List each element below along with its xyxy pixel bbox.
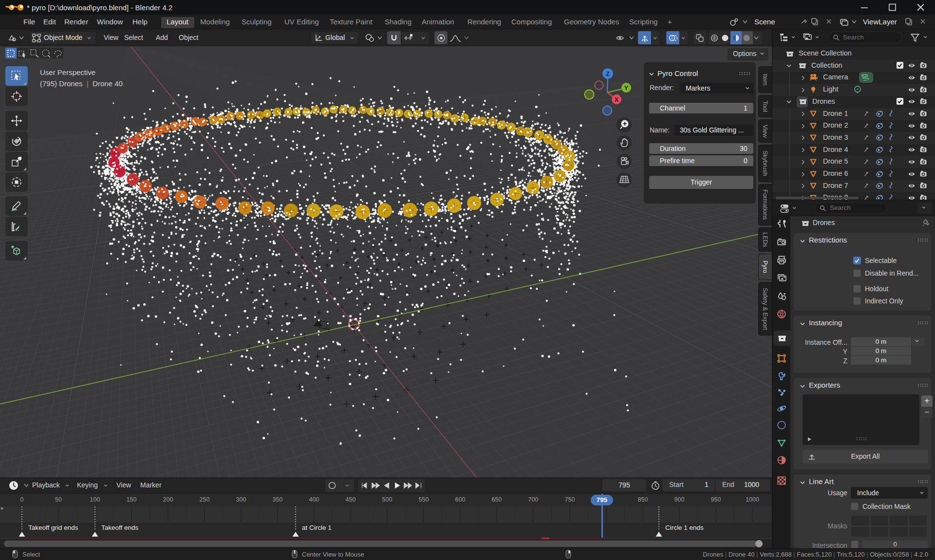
svg-text:Y: Y (624, 85, 629, 92)
svg-text:Z: Z (606, 71, 610, 77)
svg-text:X: X (615, 96, 619, 103)
